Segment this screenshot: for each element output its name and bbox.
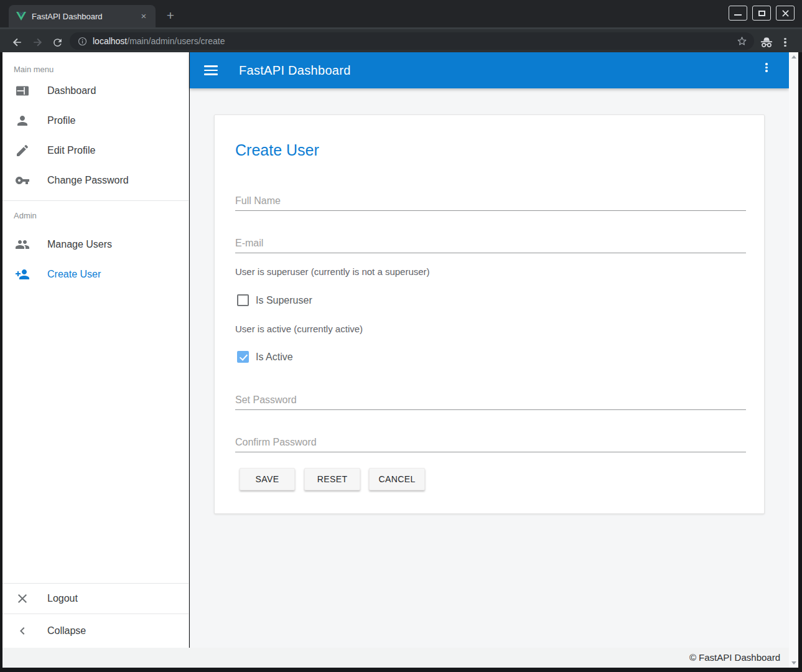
email-input[interactable] bbox=[235, 231, 746, 253]
is-superuser-checkbox[interactable]: Is Superuser bbox=[237, 294, 312, 306]
window-minimize-button[interactable] bbox=[729, 6, 747, 21]
sidebar-item-label: Change Password bbox=[47, 175, 129, 186]
checkbox-label: Is Superuser bbox=[256, 295, 312, 306]
sidebar-item-label: Create User bbox=[47, 269, 101, 280]
close-window-icon bbox=[782, 10, 789, 17]
back-button[interactable] bbox=[9, 34, 26, 50]
forward-arrow-icon bbox=[31, 36, 44, 49]
sidebar-item-create-user[interactable]: Create User bbox=[2, 259, 189, 289]
browser-menu-button[interactable] bbox=[776, 34, 794, 50]
page-scrollbar[interactable] bbox=[789, 52, 798, 668]
full-name-input[interactable] bbox=[235, 189, 746, 211]
sidebar-item-logout[interactable]: Logout bbox=[2, 584, 189, 614]
checkbox-box-icon bbox=[237, 294, 249, 306]
window-controls bbox=[729, 6, 795, 21]
url-bar[interactable]: localhost/main/admin/users/create bbox=[70, 32, 754, 50]
superuser-hint: User is superuser (currently is not a su… bbox=[235, 266, 430, 277]
sidebar-item-label: Collapse bbox=[47, 625, 86, 637]
active-hint: User is active (currently active) bbox=[235, 324, 363, 334]
page-title: Create User bbox=[235, 141, 319, 159]
forward-button[interactable] bbox=[29, 34, 45, 50]
browser-tab[interactable]: FastAPI Dashboard × bbox=[9, 5, 156, 27]
browser-toolbar: localhost/main/admin/users/create bbox=[0, 27, 802, 52]
site-info-icon[interactable] bbox=[77, 36, 88, 47]
sidebar-item-label: Profile bbox=[47, 115, 75, 126]
tab-close-icon[interactable]: × bbox=[138, 11, 149, 22]
sidebar-item-edit-profile[interactable]: Edit Profile bbox=[2, 136, 189, 166]
sidebar-divider bbox=[2, 200, 189, 201]
hamburger-menu-button[interactable] bbox=[204, 63, 218, 77]
sidebar-item-label: Dashboard bbox=[47, 85, 96, 96]
checkbox-label: Is Active bbox=[256, 352, 293, 363]
main-content: FastAPI Dashboard Create User User is su… bbox=[190, 52, 789, 648]
sidebar-bottom: Logout Collapse bbox=[2, 583, 189, 648]
chevron-left-icon bbox=[15, 623, 30, 638]
sidebar-item-dashboard[interactable]: Dashboard bbox=[2, 76, 189, 106]
reload-icon bbox=[52, 37, 63, 49]
browser-titlebar: FastAPI Dashboard × + bbox=[0, 0, 802, 27]
page-footer: © FastAPI Dashboard bbox=[2, 648, 789, 668]
scroll-down-icon[interactable] bbox=[791, 661, 796, 665]
vue-logo-icon bbox=[16, 11, 26, 21]
scroll-up-icon[interactable] bbox=[791, 55, 796, 58]
sidebar-item-profile[interactable]: Profile bbox=[2, 106, 189, 136]
set-password-input[interactable] bbox=[235, 388, 746, 410]
reload-button[interactable] bbox=[49, 34, 65, 50]
copyright-text: © FastAPI Dashboard bbox=[689, 652, 780, 663]
sidebar-item-change-password[interactable]: Change Password bbox=[2, 166, 189, 195]
back-arrow-icon bbox=[11, 36, 24, 49]
new-tab-button[interactable]: + bbox=[162, 7, 179, 25]
app-bar-title: FastAPI Dashboard bbox=[239, 63, 351, 78]
url-host: localhost bbox=[93, 36, 127, 46]
kebab-menu-icon bbox=[784, 37, 786, 49]
key-icon bbox=[15, 173, 30, 188]
incognito-icon bbox=[760, 37, 773, 49]
sidebar-item-label: Manage Users bbox=[47, 239, 112, 250]
person-add-icon bbox=[15, 267, 30, 282]
minimize-icon bbox=[734, 14, 742, 16]
sidebar-section-main-menu: Main menu bbox=[2, 52, 189, 76]
reset-button[interactable]: RESET bbox=[304, 468, 360, 490]
app-bar-menu-button[interactable] bbox=[760, 62, 773, 73]
window-maximize-button[interactable] bbox=[752, 6, 771, 21]
pencil-icon bbox=[15, 143, 30, 158]
window-close-button[interactable] bbox=[776, 6, 795, 21]
dashboard-icon bbox=[15, 83, 30, 98]
url-path: /main/admin/users/create bbox=[127, 36, 225, 46]
cancel-button[interactable]: CANCEL bbox=[369, 468, 425, 490]
confirm-password-input[interactable] bbox=[235, 430, 746, 452]
sidebar-item-manage-users[interactable]: Manage Users bbox=[2, 230, 189, 259]
sidebar-item-collapse[interactable]: Collapse bbox=[2, 614, 189, 648]
maximize-icon bbox=[758, 11, 765, 16]
create-user-card: Create User User is superuser (currently… bbox=[214, 114, 765, 514]
person-icon bbox=[15, 113, 30, 128]
is-active-checkbox[interactable]: Is Active bbox=[237, 351, 293, 363]
tab-title: FastAPI Dashboard bbox=[32, 12, 138, 21]
sidebar-item-label: Logout bbox=[47, 593, 78, 604]
sidebar: Main menu Dashboard Profile Edit Profile… bbox=[2, 52, 189, 648]
url-text[interactable]: localhost/main/admin/users/create bbox=[93, 36, 736, 46]
save-button[interactable]: SAVE bbox=[240, 468, 295, 490]
sidebar-item-label: Edit Profile bbox=[47, 145, 95, 156]
incognito-avatar-button[interactable] bbox=[758, 34, 775, 50]
checkbox-box-icon bbox=[237, 351, 249, 363]
sidebar-section-admin: Admin bbox=[2, 206, 189, 225]
bookmark-star-icon[interactable] bbox=[736, 35, 748, 47]
close-icon bbox=[15, 591, 30, 606]
people-icon bbox=[15, 237, 30, 252]
app-bar: FastAPI Dashboard bbox=[190, 52, 789, 88]
